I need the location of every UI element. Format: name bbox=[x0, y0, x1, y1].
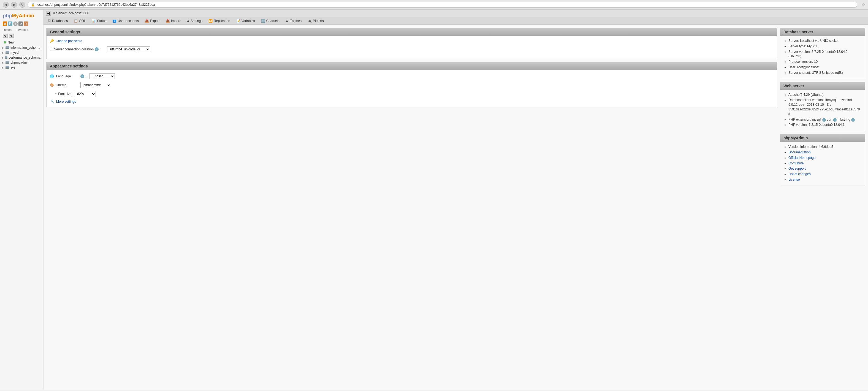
web-server-body: Apache/2.4.29 (Ubuntu) Database client v… bbox=[780, 90, 865, 131]
reload-button[interactable]: ↻ bbox=[19, 2, 25, 8]
tab-label-user_accounts: User accounts bbox=[118, 19, 139, 23]
sidebar-db-phpmyadmin[interactable]: ▶ phpmyadmin bbox=[0, 60, 43, 65]
address-bar[interactable]: 🔒 localhost/phpmyadmin/index.php?token=d… bbox=[28, 2, 857, 8]
logo-myadmin: MyAdmin bbox=[12, 13, 34, 19]
settings-icon[interactable]: ⚙ bbox=[19, 22, 23, 26]
font-size-select[interactable]: 72% 82% 92% 100% bbox=[74, 91, 96, 97]
tab-variables[interactable]: 📝 Variables bbox=[233, 17, 258, 25]
change-password-label: Change password bbox=[56, 39, 82, 43]
phpmyadmin-panel: phpMyAdmin Version information: 4.6.6deb… bbox=[780, 134, 865, 186]
pma-link-item: Get support bbox=[788, 166, 862, 171]
new-dot-icon bbox=[4, 41, 6, 43]
tab-settings[interactable]: ⚙ Settings bbox=[183, 17, 206, 25]
pma-link-get-support[interactable]: Get support bbox=[788, 167, 806, 170]
language-select[interactable]: English French German Spanish bbox=[90, 73, 115, 79]
back-button[interactable]: ◀ bbox=[3, 2, 9, 8]
general-settings-header: General settings bbox=[46, 28, 777, 36]
exit-icon[interactable]: ↪ bbox=[24, 22, 28, 26]
font-size-label: Font size: bbox=[58, 92, 72, 96]
collapse-all-button[interactable]: ⊖ bbox=[3, 34, 8, 38]
theme-icon: 🎨 bbox=[50, 83, 54, 87]
db-name: mysql bbox=[10, 51, 19, 55]
new-database-item[interactable]: New bbox=[0, 39, 43, 45]
change-password-link[interactable]: 🔑 Change password bbox=[50, 39, 774, 43]
collation-select[interactable]: utf8mb4_unicode_ci utf8_general_ci latin… bbox=[107, 46, 150, 52]
language-info-btn[interactable]: i bbox=[81, 74, 84, 78]
recent-link[interactable]: Recent bbox=[3, 28, 12, 31]
pma-version-item: Version information: 4.6.6deb5 bbox=[788, 144, 862, 149]
pma-link-documentation[interactable]: Documentation bbox=[788, 150, 811, 154]
tab-label-plugins: Plugins bbox=[313, 19, 323, 23]
db-server-item: User: root@localhost bbox=[788, 65, 862, 70]
db-name: performance_schema bbox=[8, 56, 40, 60]
sidebar-db-sys[interactable]: ▶ sys bbox=[0, 65, 43, 70]
home-icon[interactable]: 🏠 bbox=[3, 22, 7, 26]
php-version-item: PHP version: 7.2.15-0ubuntu0.18.04.1 bbox=[788, 123, 862, 127]
theme-label: Theme: bbox=[56, 83, 78, 87]
info-icon[interactable]: i bbox=[13, 22, 18, 26]
mbstring-info-icon[interactable]: i bbox=[851, 118, 855, 122]
tab-export[interactable]: 📤 Export bbox=[142, 17, 163, 25]
db-server-item: Protocol version: 10 bbox=[788, 60, 862, 64]
apache-item: Apache/2.4.29 (Ubuntu) bbox=[788, 93, 862, 97]
tab-label-import: Import bbox=[171, 19, 180, 23]
mysqli-info-icon[interactable]: i bbox=[822, 118, 826, 122]
lock-icon: 🔒 bbox=[31, 3, 35, 7]
tab-databases[interactable]: 🗄 Databases bbox=[44, 17, 71, 25]
more-settings-label: More settings bbox=[56, 100, 76, 103]
pma-link-license[interactable]: License bbox=[788, 177, 800, 182]
more-settings-link[interactable]: 🔧 More settings bbox=[50, 100, 774, 103]
curl-info-icon[interactable]: i bbox=[833, 118, 837, 122]
tab-charsets[interactable]: 🔤 Charsets bbox=[258, 17, 283, 25]
theme-select[interactable]: pmahomme original bbox=[81, 82, 111, 88]
database-server-header: Database server bbox=[780, 28, 865, 36]
sidebar-recent-favorites: Recent Favorites bbox=[0, 28, 43, 33]
tab-label-databases: Databases bbox=[52, 19, 68, 23]
pma-link-list-of-changes[interactable]: List of changes bbox=[788, 172, 811, 176]
database-icon[interactable]: 🗄 bbox=[8, 22, 12, 26]
favorites-link[interactable]: Favorites bbox=[16, 28, 28, 31]
main-content: ◀ 🖥 Server: localhost:3306 🗄 Databases 📋… bbox=[43, 10, 868, 390]
pma-link-official-homepage[interactable]: Official Homepage bbox=[788, 156, 816, 160]
tab-icon-user_accounts: 👥 bbox=[112, 19, 117, 23]
forward-button[interactable]: ▶ bbox=[11, 2, 17, 8]
db-expand-icon: ▶ bbox=[2, 61, 4, 64]
tab-sql[interactable]: 📋 SQL bbox=[71, 17, 89, 25]
tab-icon-export: 📤 bbox=[145, 19, 149, 23]
tab-label-export: Export bbox=[150, 19, 160, 23]
theme-row: 🎨 Theme: pmahomme original bbox=[50, 82, 774, 88]
main-panels: General settings 🔑 Change password ☰ Ser… bbox=[46, 28, 777, 110]
sidebar-db-information_schema[interactable]: ▶ information_schema bbox=[0, 45, 43, 50]
tab-icon-sql: 📋 bbox=[74, 19, 78, 23]
logo-php: php bbox=[3, 13, 12, 19]
tab-status[interactable]: 📊 Status bbox=[89, 17, 109, 25]
bullet: • bbox=[55, 92, 57, 96]
expand-all-button[interactable]: ⊕ bbox=[9, 34, 14, 38]
tab-label-settings: Settings bbox=[191, 19, 203, 23]
database-server-list: Server: Localhost via UNIX socketServer … bbox=[783, 38, 862, 75]
app-container: phpMyAdmin 🏠 🗄 i ⚙ ↪ Recent Favorites ⊖ … bbox=[0, 10, 868, 390]
phpmyadmin-header: phpMyAdmin bbox=[780, 134, 865, 142]
db-icon bbox=[5, 56, 7, 59]
tab-icon-databases: 🗄 bbox=[48, 19, 51, 23]
tab-plugins[interactable]: 🔌 Plugins bbox=[305, 17, 327, 25]
sidebar-db-performance_schema[interactable]: ▶ performance_schema bbox=[0, 55, 43, 60]
collation-row: ☰ Server connection collation i : utf8mb… bbox=[50, 46, 774, 52]
sidebar-db-mysql[interactable]: ▶ mysql bbox=[0, 50, 43, 55]
pma-link-contribute[interactable]: Contribute bbox=[788, 161, 804, 165]
tab-engines[interactable]: ⚙ Engines bbox=[283, 17, 305, 25]
db-server-item: Server version: 5.7.25-0ubuntu0.18.04.2 … bbox=[788, 50, 862, 59]
collation-info-btn[interactable]: i bbox=[95, 47, 99, 51]
tab-import[interactable]: 📥 Import bbox=[163, 17, 183, 25]
general-settings-panel: General settings 🔑 Change password ☰ Ser… bbox=[46, 28, 777, 59]
language-icon: 🌐 bbox=[50, 74, 54, 78]
collapse-sidebar-button[interactable]: ◀ bbox=[46, 11, 51, 16]
pma-link-item: License bbox=[788, 177, 862, 182]
tab-replication[interactable]: 🔁 Replication bbox=[206, 17, 233, 25]
sidebar-controls: ⊖ ⊕ bbox=[0, 33, 43, 39]
tab-user_accounts[interactable]: 👥 User accounts bbox=[109, 17, 142, 25]
db-icon bbox=[5, 61, 9, 64]
db-icon bbox=[5, 66, 9, 69]
bookmark-icon[interactable]: ☆ bbox=[862, 2, 865, 7]
tab-icon-plugins: 🔌 bbox=[308, 19, 312, 23]
